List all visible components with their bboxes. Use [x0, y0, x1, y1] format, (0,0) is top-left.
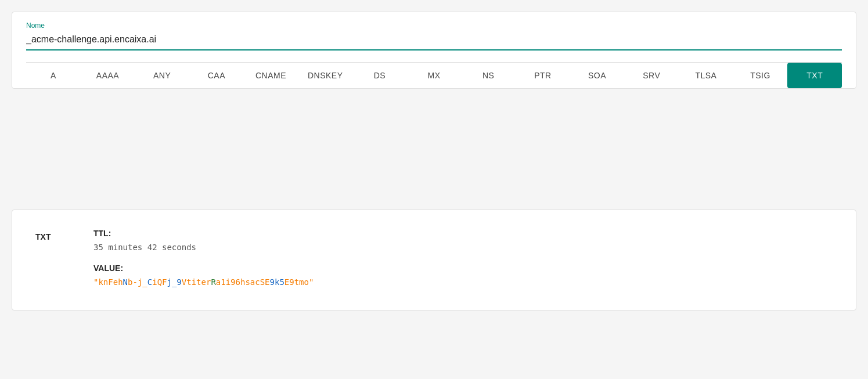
- dns-tab-mx[interactable]: MX: [407, 63, 462, 88]
- record-card: TXT TTL: 35 minutes 42 seconds VALUE: "k…: [12, 210, 856, 311]
- ttl-section: TTL: 35 minutes 42 seconds: [93, 229, 833, 252]
- dns-tab-txt[interactable]: TXT: [787, 63, 842, 88]
- ttl-label: TTL:: [93, 229, 833, 238]
- field-label: Nome: [26, 21, 842, 30]
- name-input[interactable]: [26, 32, 842, 50]
- dns-tab-cname[interactable]: CNAME: [244, 63, 298, 88]
- record-row: TXT TTL: 35 minutes 42 seconds VALUE: "k…: [35, 229, 833, 287]
- record-details: TTL: 35 minutes 42 seconds VALUE: "knFeh…: [93, 229, 833, 287]
- dns-tab-ds[interactable]: DS: [352, 63, 407, 88]
- dns-tab-caa[interactable]: CAA: [189, 63, 244, 88]
- value-section: VALUE: "knFehNb-j_CiQFj_9VtiterRa1i96hsa…: [93, 264, 833, 287]
- dns-tab-a[interactable]: A: [26, 63, 81, 88]
- ttl-value: 35 minutes 42 seconds: [93, 243, 833, 252]
- value-label: VALUE:: [93, 264, 833, 273]
- value-text: "knFehNb-j_CiQFj_9VtiterRa1i96hsacSE9k5E…: [93, 277, 833, 287]
- dns-tab-srv[interactable]: SRV: [624, 63, 679, 88]
- results-area: [12, 96, 856, 200]
- dns-tab-tsig[interactable]: TSIG: [733, 63, 788, 88]
- dns-tab-aaaa[interactable]: AAAA: [81, 63, 135, 88]
- dns-tabs-row: AAAAAANYCAACNAMEDNSKEYDSMXNSPTRSOASRVTLS…: [26, 62, 842, 88]
- dns-tab-ns[interactable]: NS: [461, 63, 516, 88]
- dns-tab-dnskey[interactable]: DNSKEY: [298, 63, 352, 88]
- dns-tab-tlsa[interactable]: TLSA: [679, 63, 733, 88]
- dns-tab-ptr[interactable]: PTR: [516, 63, 570, 88]
- dns-tab-any[interactable]: ANY: [135, 63, 189, 88]
- dns-tab-soa[interactable]: SOA: [570, 63, 625, 88]
- record-type: TXT: [35, 229, 59, 241]
- name-input-card: Nome AAAAAANYCAACNAMEDNSKEYDSMXNSPTRSOAS…: [12, 12, 856, 89]
